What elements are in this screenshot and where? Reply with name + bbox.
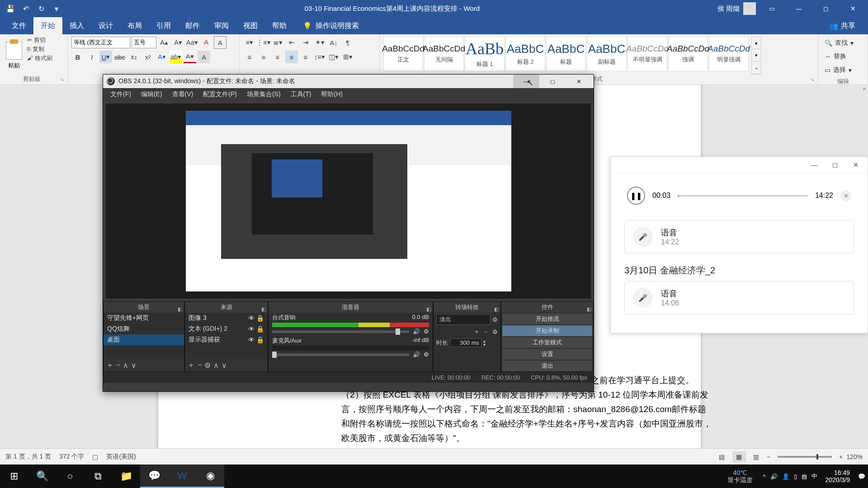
strike-icon[interactable]: abc <box>113 51 126 63</box>
popout-icon[interactable]: ◧ <box>261 304 266 314</box>
qat-customize-icon[interactable]: ▾ <box>51 3 62 14</box>
obs-menu-profile[interactable]: 配置文件(P) <box>198 89 241 99</box>
tab-insert[interactable]: 插入 <box>62 17 91 34</box>
add-icon[interactable]: ＋ <box>188 361 195 370</box>
numbering-icon[interactable]: ⋮≡▾ <box>257 36 270 49</box>
tab-view[interactable]: 视图 <box>236 17 265 34</box>
italic-icon[interactable]: I <box>85 51 98 63</box>
tab-mailings[interactable]: 邮件 <box>178 17 207 34</box>
gear-icon[interactable]: ⚙ <box>492 328 498 335</box>
battery-icon[interactable]: ▯ <box>794 473 797 480</box>
gear-icon[interactable]: ⚙ <box>204 361 211 370</box>
font-color-icon[interactable]: A▾ <box>184 51 196 63</box>
tell-me-search[interactable]: 💡 操作说明搜索 <box>303 21 359 31</box>
voice-card[interactable]: 🎤 语音 14:22 <box>624 220 854 253</box>
copy-button[interactable]: ⎘ 复制 <box>27 45 52 53</box>
obs-menu-view[interactable]: 查看(V) <box>168 89 198 99</box>
replace-button[interactable]: ↔ 替换 <box>825 51 861 62</box>
scene-item[interactable]: 桌面 <box>104 334 184 345</box>
remove-icon[interactable]: − <box>198 361 202 369</box>
pause-button[interactable]: ❚❚ <box>627 187 645 205</box>
redo-icon[interactable]: ↻ <box>35 3 47 14</box>
tab-home[interactable]: 开始 <box>33 17 62 34</box>
word-icon[interactable]: W <box>168 465 196 488</box>
tray-app-icon[interactable]: 👤 <box>782 473 789 480</box>
add-icon[interactable]: ＋ <box>106 361 113 370</box>
sort-icon[interactable]: A↓ <box>327 36 340 49</box>
gear-icon[interactable]: ⚙ <box>492 316 498 323</box>
show-marks-icon[interactable]: ¶ <box>341 36 354 49</box>
style-heading1[interactable]: AaBb标题 1 <box>465 36 505 71</box>
align-right-icon[interactable]: ≡ <box>271 51 284 63</box>
format-painter-button[interactable]: 🖌 格式刷 <box>27 54 52 62</box>
style-intense-emph[interactable]: AaBbCcDd明显强调 <box>709 36 749 71</box>
obs-menu-file[interactable]: 文件(F) <box>106 89 136 99</box>
wechat-icon[interactable]: 💬 <box>140 465 168 488</box>
align-center-icon[interactable]: ≡ <box>257 51 270 63</box>
volume-icon[interactable]: 🔊 <box>770 473 778 480</box>
style-nospacing[interactable]: AaBbCcDd无间隔 <box>424 36 464 71</box>
char-shading-icon[interactable]: A <box>198 51 210 63</box>
panel-maximize-icon[interactable]: ◻ <box>826 158 844 172</box>
popout-icon[interactable]: ◧ <box>587 304 591 314</box>
gear-icon[interactable]: ⚙ <box>424 351 429 358</box>
up-icon[interactable]: ∧ <box>123 361 128 370</box>
word-count[interactable]: 372 个字 <box>59 453 84 461</box>
mute-icon[interactable]: 🔊 <box>413 351 420 358</box>
styles-scroll[interactable]: ▴▾⌄ <box>751 36 761 75</box>
panel-close-icon[interactable]: ✕ <box>847 158 865 172</box>
line-spacing-icon[interactable]: ↕≡▾ <box>313 51 326 63</box>
scene-item[interactable]: 守望先锋+网页 <box>104 313 184 324</box>
collapse-ribbon-icon[interactable]: ^ <box>863 87 866 94</box>
voice-card[interactable]: 🎤 语音 14:06 <box>624 281 854 314</box>
distribute-icon[interactable]: ≡ <box>299 51 312 63</box>
style-heading2[interactable]: AaBbC标题 2 <box>505 36 545 71</box>
action-center-icon[interactable]: 💬 <box>858 473 865 480</box>
style-emphasis[interactable]: AaBbCcDd强调 <box>668 36 708 71</box>
shrink-font-icon[interactable]: A▾ <box>172 36 184 49</box>
transition-select[interactable]: 淡出 <box>436 314 491 325</box>
remove-icon[interactable]: − <box>484 328 488 335</box>
network-icon[interactable]: ▤ <box>802 473 807 480</box>
proofing-icon[interactable]: ▢ <box>92 453 98 460</box>
minimize-icon[interactable]: — <box>788 0 810 17</box>
bold-icon[interactable]: B <box>71 51 84 63</box>
settings-button[interactable]: 设置 <box>502 349 592 360</box>
style-title[interactable]: AaBbC标题 <box>546 36 586 71</box>
zoom-level[interactable]: 120% <box>846 453 863 460</box>
player-close-icon[interactable]: ✕ <box>840 190 851 201</box>
align-left-icon[interactable]: ≡ <box>243 51 256 63</box>
source-item[interactable]: 显示器捕获👁 🔒 <box>185 334 268 345</box>
add-icon[interactable]: ＋ <box>474 328 480 336</box>
seek-bar[interactable] <box>678 195 808 197</box>
text-effects-icon[interactable]: A▾ <box>156 51 168 63</box>
paste-button[interactable]: 粘贴 <box>4 36 24 75</box>
asian-layout-icon[interactable]: ✶▾ <box>313 36 326 49</box>
popout-icon[interactable]: ◧ <box>426 304 431 314</box>
page-indicator[interactable]: 第 1 页，共 1 页 <box>5 453 51 461</box>
obs-menu-help[interactable]: 帮助(H) <box>316 89 347 99</box>
obs-preview[interactable] <box>106 103 591 299</box>
ribbon-display-icon[interactable]: ▭ <box>760 0 783 17</box>
search-icon[interactable]: 🔍 <box>28 465 56 488</box>
source-item[interactable]: 图像 3👁 🔒 <box>185 313 268 324</box>
save-icon[interactable]: 💾 <box>5 3 16 14</box>
clock[interactable]: 16:492020/3/9 <box>822 469 854 483</box>
obs-close-icon[interactable]: ✕ <box>566 75 592 88</box>
shading-icon[interactable]: ◫▾ <box>327 51 340 63</box>
zoom-slider[interactable] <box>778 456 832 458</box>
tab-references[interactable]: 引用 <box>149 17 178 34</box>
underline-icon[interactable]: U▾ <box>99 51 112 63</box>
explorer-icon[interactable]: 📁 <box>112 465 140 488</box>
borders-icon[interactable]: ⊞▾ <box>341 51 354 63</box>
user-account[interactable]: 侯 雨烟 <box>717 2 756 15</box>
justify-icon[interactable]: ≡ <box>285 51 298 63</box>
bullets-icon[interactable]: ≡▾ <box>243 36 256 49</box>
ime-icon[interactable]: 中 <box>811 472 817 480</box>
spin-icon[interactable]: ▴▾ <box>483 339 486 347</box>
tab-layout[interactable]: 布局 <box>120 17 149 34</box>
share-button[interactable]: 👥 共享 <box>821 21 863 31</box>
find-button[interactable]: 🔍 查找 ▾ <box>825 37 861 49</box>
down-icon[interactable]: ∨ <box>131 361 137 370</box>
obs-maximize-icon[interactable]: ◻ <box>539 75 566 88</box>
